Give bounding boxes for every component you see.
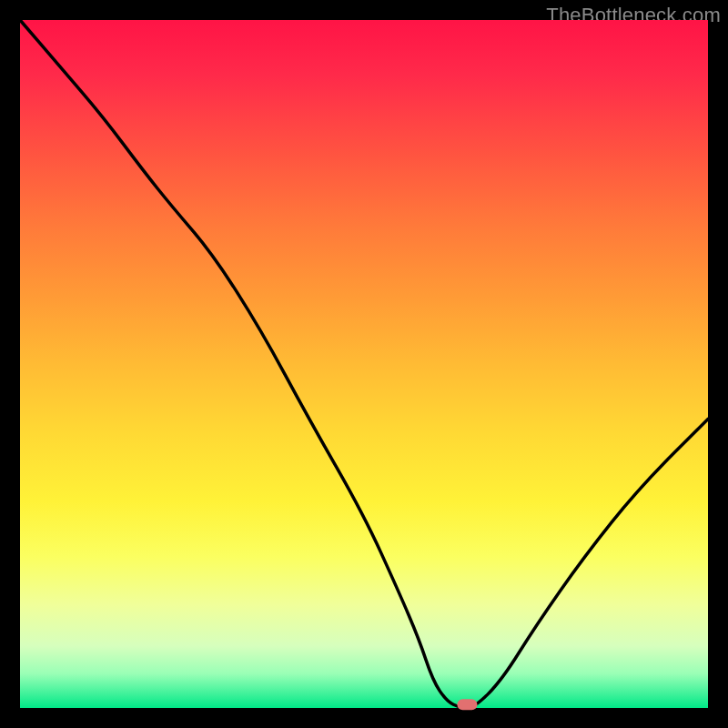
chart-container: TheBottleneck.com xyxy=(0,0,728,728)
bottleneck-curve xyxy=(20,20,708,708)
chart-svg xyxy=(20,20,708,708)
optimum-marker xyxy=(457,699,477,710)
